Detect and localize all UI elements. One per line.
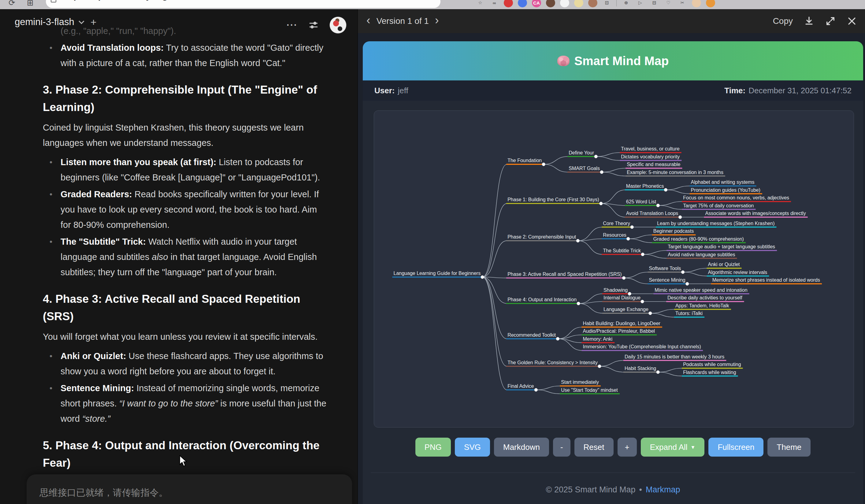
mindmap-node-label[interactable]: Start immediately [561,379,599,385]
model-selector[interactable]: gemini-3-flash + [15,16,97,27]
mindmap-node-label[interactable]: Travel, business, or culture [621,146,680,151]
copy-button[interactable]: Copy [773,16,793,26]
mindmap-node-label[interactable]: Software Tools [649,266,681,271]
mindmap-node-label[interactable]: Target language audio + target language … [668,244,775,249]
mindmap-node-label[interactable]: Audio/Practical: Pimsleur, Babbel [583,328,655,333]
png-button[interactable]: PNG [415,438,451,457]
mindmap-node-toggle[interactable] [649,312,652,315]
mindmap-node-toggle[interactable] [600,202,602,205]
clip-tool-icon[interactable]: ⊕ [622,0,631,7]
mindmap-canvas[interactable]: Language Learning Guide for BeginnersThe… [374,110,854,427]
mindmap-node-label[interactable]: Avoid native language subtitles [668,252,735,257]
new-chat-button[interactable]: + [91,17,97,27]
blue-extension-icon[interactable] [518,0,527,7]
user-avatar[interactable] [330,16,347,34]
scissors-tool-icon[interactable]: ✂ [678,0,687,7]
monkey-face-icon[interactable] [546,0,555,7]
mindmap-node-label[interactable]: Phase 4: Output and Interaction [507,297,577,302]
mindmap-node-label[interactable]: Alphabet and writing systems [691,179,754,185]
mindmap-node-label[interactable]: Master Phonetics [626,184,664,189]
markmap-link[interactable]: Markmap [646,485,680,494]
next-version-button[interactable]: › [435,15,439,25]
profile-avatar-icon[interactable] [692,0,701,7]
mindmap-node-toggle[interactable] [656,371,659,374]
mindmap-node-label[interactable]: Tutors: iTalki [676,311,703,316]
mindmap-node-toggle[interactable] [534,388,538,391]
heart-tool-icon[interactable]: ♡ [664,0,673,7]
theme-button[interactable]: Theme [768,438,810,457]
mindmap-node-label[interactable]: Specific and measurable [627,162,680,167]
orange-corner-icon[interactable] [706,0,715,7]
panda-face-icon[interactable] [560,0,569,7]
mindmap-node-label[interactable]: SMART Goals [569,166,600,171]
mindmap-node-label[interactable]: The Subtitle Trick [603,248,641,253]
mindmap-node-label[interactable]: Flashcards while waiting [683,370,736,375]
play-tool-icon[interactable]: ▷ [636,0,645,7]
svg-button[interactable]: SVG [455,438,490,457]
fullscreen-button[interactable]: Fullscreen [708,438,763,457]
mindmap-node-label[interactable]: Pronunciation guides (YouTube) [691,187,760,193]
glasses-icon[interactable]: ∞ [490,0,499,7]
mindmap-node-label[interactable]: Use "Start Today" mindset [561,387,618,393]
mindmap-node-label[interactable]: Focus on most common nouns, verbs, adjec… [683,195,789,200]
mindmap-node-label[interactable]: Memory: Anki [583,337,612,342]
mindmap-node-label[interactable]: 625 Word List [626,199,656,204]
mindmap-node-label[interactable]: Habit Stacking [625,366,656,371]
mindmap-node-label[interactable]: Memorize short phrases instead of isolat… [712,277,820,283]
mindmap-node-label[interactable]: Immersion: YouTube (Comprehensible Input… [583,344,701,349]
mindmap-node-toggle[interactable] [656,204,659,207]
mindmap-node-toggle[interactable] [542,163,545,166]
mindmap-node-label[interactable]: Apps: Tandem, HelloTalk [676,303,729,308]
mindmap-node-label[interactable]: Resources [603,232,626,238]
mindmap-node-toggle[interactable] [577,302,580,305]
mindmap-node-toggle[interactable] [686,282,689,285]
mindmap-node-label[interactable]: Phase 1: Building the Core (First 30 Day… [507,197,599,202]
mindmap-node-toggle[interactable] [641,253,644,256]
download-icon[interactable] [804,16,814,26]
fullscreen-icon[interactable] [825,16,835,26]
ca-badge-icon[interactable]: CA [532,0,541,7]
mindmap-node-label[interactable]: Describe daily activities to yourself [667,295,742,300]
mindmap-node-toggle[interactable] [598,365,601,367]
model-name[interactable]: gemini-3-flash [15,16,74,27]
mindmap-node-label[interactable]: The Golden Rule: Consistency > Intensity [507,360,598,365]
mindmap-node-toggle[interactable] [594,155,597,158]
mindmap-node-label[interactable]: Phase 2: Comprehensible Input [507,234,576,239]
outline-extension-icon[interactable]: ⊡ [602,0,611,7]
mindmap-node-label[interactable]: Core Theory [603,221,630,226]
mindmap-node-label[interactable]: Define Your [569,150,594,155]
mindmap-node-label[interactable]: Example: 5-minute conversation in 3 mont… [627,170,723,175]
mindmap-node-label[interactable]: Associate words with images/concepts dir… [705,211,806,216]
notebook-icon[interactable] [574,0,583,7]
controls-icon[interactable] [308,20,319,31]
box-tool-icon[interactable]: ⊟ [650,0,659,7]
-button[interactable]: + [618,438,637,457]
mindmap-node-toggle[interactable] [681,271,684,274]
tab-overview-icon[interactable]: ⊞ [27,0,34,8]
mindmap-node-toggle[interactable] [678,215,681,219]
mindmap-node-label[interactable]: Target 75% of daily conversation [683,203,754,208]
red-extension-icon[interactable] [504,0,513,7]
mindmap-node-label[interactable]: Language Exchange [603,307,648,312]
mindmap-node-label[interactable]: Dictates vocabulary priority [621,154,680,159]
mindmap-node-label[interactable]: Algorithmic review intervals [708,270,768,275]
mindmap-node-label[interactable]: Anki or Quizlet [708,262,740,267]
mindmap-node-toggle[interactable] [641,300,644,303]
previous-version-button[interactable]: ‹ [367,15,370,25]
mindmap-node-label[interactable]: Graded readers (80-90% comprehension) [653,236,744,242]
mindmap-node-toggle[interactable] [631,225,633,228]
reset-button[interactable]: Reset [574,438,614,457]
more-options-button[interactable]: ··· [287,20,298,30]
bookmark-star-icon[interactable]: ☆ [476,0,485,7]
mindmap-node-label[interactable]: Podcasts while commuting [683,362,741,367]
monkey-face-2-icon[interactable] [588,0,597,7]
mindmap-node-label[interactable]: Beginner podcasts [653,228,694,234]
mindmap-node-label[interactable]: Learn by understanding messages (Stephen… [657,221,774,226]
mindmap-node-toggle[interactable] [600,171,603,174]
mindmap-node-toggle[interactable] [576,239,579,242]
mindmap-node-label[interactable]: Language Learning Guide for Beginners [394,271,481,276]
mindmap-node-label[interactable]: Habit Building: Duolingo, LingoDeer [583,321,660,326]
expand-all-button[interactable]: Expand All▼ [641,438,705,457]
mindmap-node-label[interactable]: Phase 3: Active Recall and Spaced Repeti… [507,272,622,277]
address-bar[interactable]: https://open-webui.yungtzeaidata.site/c/… [46,0,440,8]
